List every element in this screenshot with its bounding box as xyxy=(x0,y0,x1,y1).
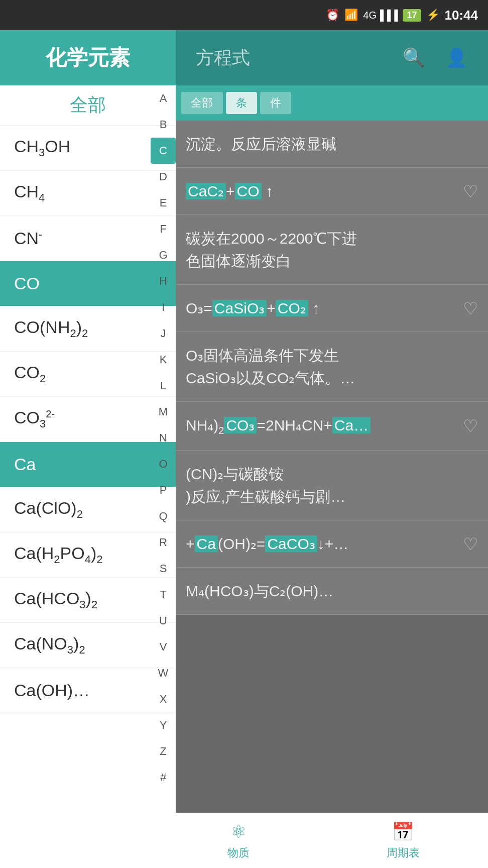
app-title: 化学元素 xyxy=(46,44,130,72)
sidebar-item-text: Ca(NO3)2 xyxy=(14,634,85,657)
alpha-q[interactable]: Q xyxy=(151,503,176,529)
sidebar-item-text: CH3OH xyxy=(14,137,70,159)
clock: 10:44 xyxy=(445,8,478,23)
sidebar-item-text: CH4 xyxy=(14,182,45,204)
nav-matter[interactable]: ⚛ 物质 xyxy=(227,821,250,860)
header: 化学元素 方程式 🔍 👤 xyxy=(0,30,488,85)
sidebar-item-cn[interactable]: CN- xyxy=(0,216,176,261)
alpha-c[interactable]: C xyxy=(151,138,176,164)
card-text-4: O₃=CaSiO₃+CO₂ ↑ xyxy=(186,297,448,319)
alpha-y[interactable]: Y xyxy=(151,712,176,738)
nav-periodic[interactable]: 📅 周期表 xyxy=(387,821,420,860)
profile-icon[interactable]: 👤 xyxy=(445,47,468,68)
sidebar-item-co-nh2[interactable]: CO(NH2)2 xyxy=(0,306,176,352)
alpha-k[interactable]: K xyxy=(151,347,176,373)
alpha-j[interactable]: J xyxy=(151,320,176,347)
main-container: 全部 CH3OH CH4 CN- CO CO(NH2)2 CO2 CO32- C… xyxy=(0,85,488,868)
alpha-p[interactable]: P xyxy=(151,477,176,503)
alpha-z[interactable]: Z xyxy=(151,738,176,765)
nav-matter-label: 物质 xyxy=(227,845,250,860)
sidebar-item-text: Ca(HCO3)2 xyxy=(14,589,97,611)
sidebar: 全部 CH3OH CH4 CN- CO CO(NH2)2 CO2 CO32- C… xyxy=(0,85,176,868)
alpha-h[interactable]: H xyxy=(151,268,176,294)
alpha-f[interactable]: F xyxy=(151,216,176,242)
tab-all[interactable]: 全部 xyxy=(181,92,223,114)
sidebar-item-ch4[interactable]: CH4 xyxy=(0,171,176,216)
content-card-8: +Ca(OH)₂=CaCO₃↓+… ♡ xyxy=(176,520,488,568)
heart-icon-4[interactable]: ♡ xyxy=(463,298,478,318)
alpha-bar: A B C D E F G H I J K L M N O P Q R S T … xyxy=(151,85,176,791)
alpha-b[interactable]: B xyxy=(151,112,176,138)
sidebar-item-text: Ca(H2PO4)2 xyxy=(14,544,103,566)
nav-periodic-label: 周期表 xyxy=(387,845,420,860)
content-card-1: 沉淀。反应后溶液显碱 xyxy=(176,121,488,168)
alarm-icon: ⏰ xyxy=(326,9,339,22)
sidebar-item-text: CN- xyxy=(14,228,42,248)
sidebar-all-label[interactable]: 全部 xyxy=(70,93,106,118)
wifi-icon: 📶 xyxy=(344,9,358,22)
alpha-a[interactable]: A xyxy=(151,85,176,112)
alpha-u[interactable]: U xyxy=(151,608,176,634)
alpha-e[interactable]: E xyxy=(151,190,176,216)
content-card-9: M₄(HCO₃)与C₂(OH)… xyxy=(176,568,488,615)
matter-icon: ⚛ xyxy=(230,821,247,842)
alpha-n[interactable]: N xyxy=(151,425,176,451)
tab-other[interactable]: 件 xyxy=(260,92,291,114)
heart-icon-8[interactable]: ♡ xyxy=(463,534,478,554)
sidebar-item-ca[interactable]: Ca xyxy=(0,442,176,487)
sidebar-item-ca-no3[interactable]: Ca(NO3)2 xyxy=(0,623,176,668)
card-text-7: (CN)₂与碳酸铵)反应,产生碳酸钙与剧… xyxy=(186,463,478,508)
alpha-o[interactable]: O xyxy=(151,451,176,477)
alpha-x[interactable]: X xyxy=(151,686,176,712)
sidebar-item-ca-oh[interactable]: Ca(OH)… xyxy=(0,668,176,713)
alpha-g[interactable]: G xyxy=(151,242,176,268)
card-text-1: 沉淀。反应后溶液显碱 xyxy=(186,133,478,155)
alpha-t[interactable]: T xyxy=(151,582,176,608)
alpha-w[interactable]: W xyxy=(151,660,176,686)
alpha-d[interactable]: D xyxy=(151,164,176,190)
content-card-2: CaC₂+CO ↑ ♡ xyxy=(176,168,488,215)
right-content: 全部 条 件 沉淀。反应后溶液显碱 CaC₂+CO ↑ ♡ 碳炭在2000～22… xyxy=(176,85,488,868)
sidebar-item-ch3oh[interactable]: CH3OH xyxy=(0,126,176,171)
highlight-co: CO xyxy=(235,183,262,199)
search-icon[interactable]: 🔍 xyxy=(403,47,425,68)
highlight-casio3: CaSiO₃ xyxy=(212,300,267,316)
card-text-2: CaC₂+CO ↑ xyxy=(186,180,448,202)
alpha-r[interactable]: R xyxy=(151,529,176,556)
sidebar-header: 全部 xyxy=(0,85,176,126)
alpha-m[interactable]: M xyxy=(151,399,176,425)
alpha-s[interactable]: S xyxy=(151,556,176,582)
status-bar: ⏰ 📶 4G▐▐▐ 17 ⚡ 10:44 xyxy=(0,0,488,30)
sidebar-item-text: Ca(OH)… xyxy=(14,681,90,700)
battery-level: 17 xyxy=(403,9,421,22)
sidebar-item-co3[interactable]: CO32- xyxy=(0,397,176,442)
sidebar-item-text: CO(NH2)2 xyxy=(14,317,88,340)
heart-icon-6[interactable]: ♡ xyxy=(463,416,478,436)
content-card-6: NH₄)2CO₃=2NH₄CN+Ca… ♡ xyxy=(176,402,488,451)
signal-icon: 4G▐▐▐ xyxy=(363,10,398,21)
highlight-caco3: CaCO₃ xyxy=(265,535,317,552)
highlight-co3: CO₃ xyxy=(224,417,257,433)
highlight-co2: CO₂ xyxy=(276,300,308,316)
content-card-7: (CN)₂与碳酸铵)反应,产生碳酸钙与剧… xyxy=(176,451,488,520)
battery-icon: ⚡ xyxy=(426,9,440,22)
alpha-hash[interactable]: # xyxy=(151,765,176,791)
alpha-l[interactable]: L xyxy=(151,373,176,399)
sidebar-item-text: CO xyxy=(14,274,40,293)
sidebar-item-ca-hco3[interactable]: Ca(HCO3)2 xyxy=(0,578,176,623)
sidebar-item-ca-clo[interactable]: Ca(ClO)2 xyxy=(0,487,176,532)
sidebar-item-co2[interactable]: CO2 xyxy=(0,352,176,397)
alpha-v[interactable]: V xyxy=(151,634,176,660)
card-text-5: O₃固体高温条件下发生CaSiO₃以及CO₂气体。… xyxy=(186,344,478,389)
status-icons: ⏰ 📶 4G▐▐▐ 17 ⚡ 10:44 xyxy=(326,8,478,23)
header-icons: 🔍 👤 xyxy=(403,47,468,68)
card-text-9: M₄(HCO₃)与C₂(OH)… xyxy=(186,580,478,602)
sidebar-item-co[interactable]: CO xyxy=(0,261,176,306)
highlight-ca2: Ca xyxy=(195,535,218,552)
sidebar-item-ca-h2po4[interactable]: Ca(H2PO4)2 xyxy=(0,532,176,578)
alpha-i[interactable]: I xyxy=(151,294,176,320)
periodic-icon: 📅 xyxy=(392,821,414,842)
heart-icon-2[interactable]: ♡ xyxy=(463,181,478,201)
tab-active[interactable]: 条 xyxy=(226,92,257,114)
highlight-cac2: CaC₂ xyxy=(186,183,226,199)
